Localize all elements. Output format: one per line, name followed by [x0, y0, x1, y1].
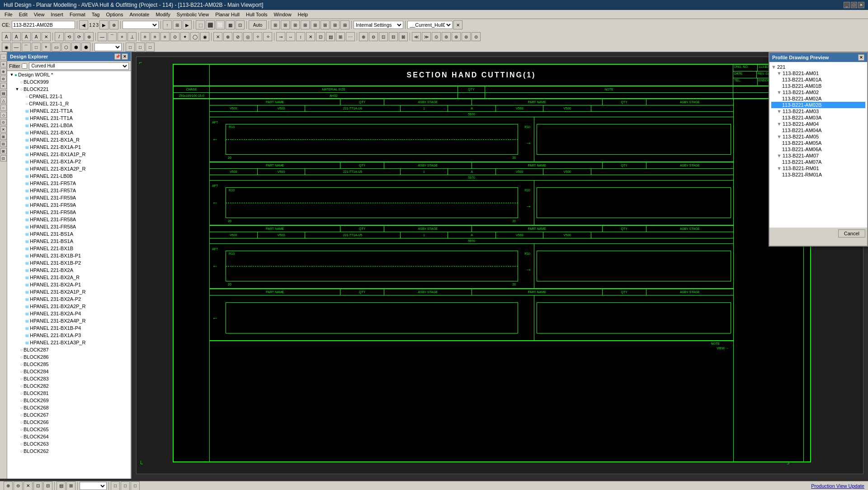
- tb2-12[interactable]: +: [118, 32, 127, 41]
- lt-12[interactable]: ⊞: [0, 133, 7, 140]
- tb2-13[interactable]: ⊥: [127, 32, 137, 41]
- preview-close-btn[interactable]: ✕: [858, 54, 864, 61]
- tb-icon-3[interactable]: ⬜: [216, 20, 225, 29]
- tree-item-block287[interactable]: ○ BLOCK287: [7, 346, 131, 353]
- lt-7[interactable]: △: [0, 97, 7, 104]
- menu-tag[interactable]: Tag: [89, 11, 103, 18]
- tb-g7[interactable]: ⊞: [330, 20, 340, 29]
- tb2-40[interactable]: ≪: [412, 32, 421, 41]
- lt-3[interactable]: ⊕: [0, 68, 7, 75]
- tree-item-block266[interactable]: ○ BLOCK266: [7, 419, 131, 426]
- menu-format[interactable]: Format: [67, 11, 88, 18]
- lt-11[interactable]: ✕: [0, 126, 7, 133]
- tree-item-hpanel-bx1ap3[interactable]: ▤ HPANEL 221-BX1A-P3: [7, 332, 131, 339]
- preview-item-am02b[interactable]: 113-B221-AM02B: [771, 102, 865, 108]
- tree-item-hpanel-bx1bp4[interactable]: ▤ HPANEL 231-BX1B-P4: [7, 324, 131, 332]
- tb3-9[interactable]: ⬣: [81, 43, 90, 52]
- tree-item-hpanel-fr59a[interactable]: ▤ HPANEL 231-FR59A: [7, 194, 131, 201]
- tb-g3[interactable]: ⊞: [291, 20, 300, 29]
- tb-arrow[interactable]: ↑: [163, 20, 172, 29]
- tree-item-block263[interactable]: ○ BLOCK263: [7, 440, 131, 447]
- lt-4[interactable]: ⊖: [0, 76, 7, 82]
- tb2-4[interactable]: A: [32, 32, 41, 41]
- tb2-14[interactable]: ≡: [141, 32, 150, 41]
- tree-item-hpanel-bx1b[interactable]: ▤ HPANEL 221-BX1B: [7, 245, 131, 252]
- sb-btn-6[interactable]: ▤: [57, 481, 66, 490]
- tree-item-block269[interactable]: ○ BLOCK269: [7, 397, 131, 404]
- tb2-2[interactable]: A: [12, 32, 21, 41]
- tb3-2[interactable]: —: [12, 43, 21, 52]
- tb2-5[interactable]: ✕: [42, 32, 51, 41]
- tree-item-block262[interactable]: ○ BLOCK262: [7, 447, 131, 455]
- preview-item-am04[interactable]: ▼ 113-B221-AM04: [771, 121, 865, 127]
- tb2-39[interactable]: ⊠: [399, 32, 408, 41]
- tree-item-hpanel-bx2a1pr[interactable]: ▤ HPANEL 231-BX2A1P_R: [7, 288, 131, 295]
- preview-item-am01b[interactable]: 113-B221-AM01B: [771, 83, 865, 89]
- preview-item-am05a[interactable]: 113-B221-AM05A: [771, 140, 865, 146]
- tb3-3[interactable]: ⌒: [22, 43, 31, 52]
- toolbar-dropdown-1[interactable]: [123, 21, 159, 29]
- preview-expand-am02[interactable]: ▼: [777, 90, 782, 95]
- tree-item-block284[interactable]: ○ BLOCK284: [7, 368, 131, 375]
- sb-btn-3[interactable]: ✕: [24, 481, 33, 490]
- tb2-45[interactable]: ⊜: [462, 32, 471, 41]
- preview-expand-am05[interactable]: ▼: [777, 134, 782, 139]
- tree-item-block268[interactable]: ○ BLOCK268: [7, 404, 131, 411]
- tb2-8[interactable]: ⟳: [75, 32, 84, 41]
- tb2-19[interactable]: ◯: [190, 32, 199, 41]
- tb2-43[interactable]: ⊚: [442, 32, 451, 41]
- tree-item-hpanel-fr57a[interactable]: ▤ HPANEL 231-FR57A: [7, 180, 131, 187]
- expand-icon[interactable]: ▼: [9, 72, 14, 77]
- maximize-button[interactable]: □: [851, 2, 857, 8]
- tb2-22[interactable]: ⊗: [223, 32, 232, 41]
- tree-item-hpanel-lb0b[interactable]: ▤ HPANEL 221-LB0B: [7, 172, 131, 180]
- lt-9[interactable]: ◇: [0, 112, 7, 118]
- tree-item-hpanel-bx2ap1[interactable]: ▤ HPANEL 231-BX2A-P1: [7, 281, 131, 288]
- tree-item-hpanel-bx1a[interactable]: ▤ HPANEL 221-BX1A: [7, 129, 131, 136]
- lt-15[interactable]: ⊡: [0, 155, 7, 162]
- tree-item-hpanel-tt1a[interactable]: ▤ HPANEL 221-TT1A: [7, 107, 131, 114]
- tb2-28[interactable]: ↔: [286, 32, 295, 41]
- tree-item-hpanel-fr58a2[interactable]: ▤ HPANEL 231-FR58A: [7, 216, 131, 223]
- tb2-32[interactable]: ▤: [326, 32, 335, 41]
- menu-hull-tools[interactable]: Hull Tools: [243, 11, 270, 18]
- tb2-37[interactable]: ⊡: [379, 32, 388, 41]
- viewport[interactable]: ⌐ ¬ └ ┘ SECTION HAND CUTTING(1): [132, 52, 868, 479]
- tb2-44[interactable]: ⊛: [452, 32, 461, 41]
- tb-g6[interactable]: ⊞: [321, 20, 330, 29]
- toolbar-btn-3[interactable]: ⊕: [109, 20, 118, 29]
- tb2-29[interactable]: ↕: [296, 32, 305, 41]
- tb-icon-1[interactable]: ⬚: [196, 20, 205, 29]
- production-view-link[interactable]: Production View Update: [811, 483, 864, 489]
- tree-item-hpanel-bx1bp2[interactable]: ▤ HPANEL 231-BX1B-P2: [7, 259, 131, 266]
- auto-btn[interactable]: Auto: [249, 20, 267, 29]
- tb3-5[interactable]: ⌖: [42, 43, 51, 52]
- tree-item-hpanel-231tt1a[interactable]: ▤ HPANEL 231-TT1A: [7, 114, 131, 122]
- tree-item-hpanel-bx2a4pr[interactable]: ▤ HPANEL 231-BX2A4P_R: [7, 317, 131, 324]
- tree-item-block265[interactable]: ○ BLOCK265: [7, 426, 131, 433]
- preview-item-am01a[interactable]: 113-B221-AM01A: [771, 76, 865, 83]
- tree-item-block281[interactable]: ○ BLOCK281: [7, 390, 131, 397]
- preview-item-am07[interactable]: ▼ 113-B221-AM07: [771, 152, 865, 159]
- tree-item-hpanel-fr58a3[interactable]: ▤ HPANEL 231-FR58A: [7, 223, 131, 230]
- preview-item-am05[interactable]: ▼ 113-B221-AM05: [771, 133, 865, 140]
- tb2-36[interactable]: ⊖: [369, 32, 378, 41]
- tb2-31[interactable]: ⊡: [316, 32, 325, 41]
- tb2-27[interactable]: ⊸: [276, 32, 285, 41]
- sb-btn-10[interactable]: □: [131, 481, 140, 490]
- lt-1[interactable]: →: [0, 54, 7, 60]
- preview-item-am01[interactable]: ▼ 113-B221-AM01: [771, 70, 865, 76]
- tb-icon-2[interactable]: ⬛: [206, 20, 215, 29]
- tb-g2[interactable]: ⊞: [281, 20, 290, 29]
- tree-item-hpanel-lb0a[interactable]: ▤ HPANEL 221-LB0A: [7, 122, 131, 129]
- tree-item-hpanel-bx2ar[interactable]: ▤ HPANEL 231-BX2A_R: [7, 274, 131, 281]
- tb2-6[interactable]: /: [55, 32, 64, 41]
- tb2-18[interactable]: ✦: [180, 32, 189, 41]
- tb3-square-2[interactable]: □: [136, 43, 145, 52]
- snap-dropdown[interactable]: [94, 43, 122, 51]
- tb-g8[interactable]: ⊞: [340, 20, 349, 29]
- menu-options[interactable]: Options: [103, 11, 126, 18]
- sb-btn-9[interactable]: □: [121, 481, 130, 490]
- tb-icon-5[interactable]: ⊡: [236, 20, 245, 29]
- tb-g4[interactable]: ⊞: [301, 20, 310, 29]
